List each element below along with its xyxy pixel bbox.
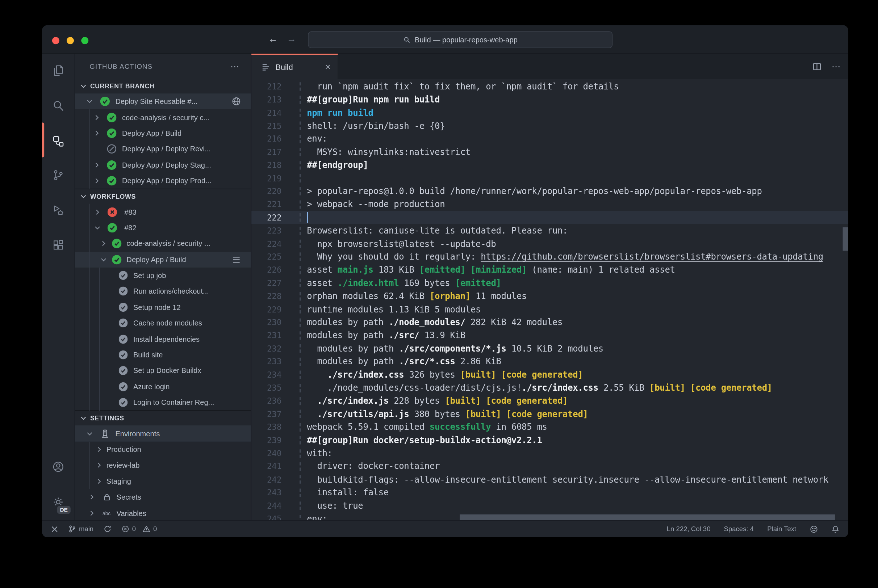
log-line-232[interactable]: 232 modules by path ./src/components/*.j… bbox=[251, 342, 848, 355]
tree-item-run-actions-checkout[interactable]: Run actions/checkout... bbox=[75, 284, 251, 299]
log-line-240[interactable]: 240with: bbox=[251, 447, 848, 460]
tree-item-variables[interactable]: abcVariables bbox=[75, 505, 251, 520]
tab-build[interactable]: Build ✕ bbox=[251, 54, 338, 79]
split-editor-icon[interactable] bbox=[812, 62, 821, 71]
branch-indicator[interactable]: main bbox=[69, 525, 94, 533]
log-line-225[interactable]: 225 Why you should do it regularly: http… bbox=[251, 250, 848, 263]
cursor-position[interactable]: Ln 222, Col 30 bbox=[667, 525, 711, 533]
back-button[interactable]: ← bbox=[268, 34, 278, 45]
chevron-down-icon bbox=[86, 430, 94, 438]
tree-item-#83[interactable]: #83 bbox=[75, 204, 251, 220]
log-line-230[interactable]: 230modules by path ./node_modules/ 282 K… bbox=[251, 316, 848, 329]
profile-badge[interactable]: DE bbox=[56, 505, 72, 515]
editor-more-actions-button[interactable]: ⋯ bbox=[831, 61, 841, 72]
tree-item-build-site[interactable]: Build site bbox=[75, 347, 251, 363]
log-line-235[interactable]: 235 ./node_modules/css-loader/dist/cjs.j… bbox=[251, 381, 848, 394]
line-number: 220 bbox=[251, 187, 281, 196]
log-line-231[interactable]: 231modules by path ./src/ 13.9 KiB bbox=[251, 329, 848, 342]
sidebar-more-actions-button[interactable]: ⋯ bbox=[230, 54, 240, 79]
tree-item-set-up-docker-buildx[interactable]: Set up Docker Buildx bbox=[75, 363, 251, 379]
tree-item-deploy-app-deploy-stag[interactable]: Deploy App / Deploy Stag... bbox=[75, 157, 251, 173]
log-line-242[interactable]: 242 buildkitd-flags: --allow-insecure-en… bbox=[251, 473, 848, 486]
list-inline-action[interactable] bbox=[232, 255, 241, 264]
log-line-227[interactable]: 227asset ./index.html 169 bytes [emitted… bbox=[251, 277, 848, 290]
log-link[interactable]: https://github.com/browserslist/browsers… bbox=[481, 252, 823, 262]
log-line-220[interactable]: 220> popular-repos@1.0.0 build /home/run… bbox=[251, 185, 848, 198]
tree-item-label: Deploy Site Reusable #... bbox=[115, 98, 197, 106]
log-line-222[interactable]: 222 bbox=[251, 211, 848, 224]
run-debug-icon[interactable] bbox=[51, 204, 65, 217]
explorer-icon[interactable] bbox=[51, 64, 65, 77]
log-line-217[interactable]: 217 MSYS: winsymlinks:nativestrict bbox=[251, 146, 848, 159]
indentation-setting[interactable]: Spaces: 4 bbox=[724, 525, 754, 533]
tree-item-production[interactable]: Production bbox=[75, 441, 251, 457]
log-line-224[interactable]: 224 npx browserslist@latest --update-db bbox=[251, 237, 848, 250]
minimize-window-button[interactable] bbox=[67, 37, 74, 44]
log-line-219[interactable]: 219 bbox=[251, 172, 848, 184]
tree-item-deploy-app-build[interactable]: Deploy App / Build bbox=[75, 252, 251, 268]
tree-item-deploy-app-build[interactable]: Deploy App / Build bbox=[75, 125, 251, 141]
tree-item-set-up-job[interactable]: Set up job bbox=[75, 268, 251, 284]
tree-item-deploy-app-deploy-prod[interactable]: Deploy App / Deploy Prod... bbox=[75, 173, 251, 189]
tab-close-icon[interactable]: ✕ bbox=[325, 63, 331, 71]
sync-button[interactable] bbox=[104, 525, 111, 533]
tree-item-deploy-site-reusable-#[interactable]: Deploy Site Reusable #... bbox=[75, 93, 251, 110]
log-line-221[interactable]: 221> webpack --mode production bbox=[251, 198, 848, 211]
problems-button[interactable]: 0 0 bbox=[122, 525, 157, 533]
log-line-216[interactable]: 216env: bbox=[251, 132, 848, 146]
log-line-238[interactable]: 238webpack 5.59.1 compiled successfully … bbox=[251, 421, 848, 434]
log-line-236[interactable]: 236 ./src/index.js 228 bytes [built] [co… bbox=[251, 394, 848, 407]
log-line-229[interactable]: 229runtime modules 1.13 KiB 5 modules bbox=[251, 303, 848, 316]
log-line-244[interactable]: 244 use: true bbox=[251, 499, 848, 512]
log-line-218[interactable]: 218##[endgroup] bbox=[251, 159, 848, 172]
log-line-226[interactable]: 226asset main.js 183 KiB [emitted] [mini… bbox=[251, 264, 848, 277]
tree-item-deploy-app-deploy-revi[interactable]: Deploy App / Deploy Revi... bbox=[75, 141, 251, 157]
tree-item-review-lab[interactable]: review-lab bbox=[75, 457, 251, 473]
tree-item-install-dependencies[interactable]: Install dependencies bbox=[75, 331, 251, 347]
chevron-down-icon bbox=[86, 98, 94, 105]
section-header-current-branch[interactable]: CURRENT BRANCH bbox=[75, 79, 251, 93]
forward-button[interactable]: → bbox=[287, 34, 296, 45]
zoom-window-button[interactable] bbox=[81, 37, 89, 44]
log-line-213[interactable]: 213##[group]Run npm run build bbox=[251, 93, 848, 106]
tree-item-setup-node-12[interactable]: Setup node 12 bbox=[75, 299, 251, 315]
log-line-234[interactable]: 234 ./src/index.css 326 bytes [built] [c… bbox=[251, 368, 848, 381]
close-window-button[interactable] bbox=[52, 37, 59, 44]
github-actions-icon[interactable] bbox=[51, 134, 65, 148]
source-control-icon[interactable] bbox=[51, 168, 65, 182]
log-line-237[interactable]: 237 ./src/utils/api.js 380 bytes [built]… bbox=[251, 408, 848, 421]
section-header-settings[interactable]: SETTINGS bbox=[75, 411, 251, 426]
language-mode[interactable]: Plain Text bbox=[767, 525, 796, 533]
accounts-icon[interactable] bbox=[51, 460, 65, 474]
log-line-215[interactable]: 215shell: /usr/bin/bash -e {0} bbox=[251, 120, 848, 132]
log-line-233[interactable]: 233 modules by path ./src/*.css 2.86 KiB bbox=[251, 355, 848, 368]
tree-item-code-analysis-security-c[interactable]: code-analysis / security c... bbox=[75, 110, 251, 125]
log-line-214[interactable]: 214npm run build bbox=[251, 106, 848, 119]
remote-window-button[interactable] bbox=[51, 525, 58, 532]
tree-item-code-analysis-security[interactable]: code-analysis / security ... bbox=[75, 236, 251, 252]
notifications-button[interactable] bbox=[831, 525, 840, 533]
globe-inline-action[interactable] bbox=[232, 97, 241, 106]
command-center[interactable]: Build — popular-repos-web-app bbox=[308, 32, 612, 48]
tree-item-login-to-container-reg[interactable]: Login to Container Reg... bbox=[75, 394, 251, 411]
log-line-241[interactable]: 241 driver: docker-container bbox=[251, 460, 848, 473]
tree-item-staging[interactable]: Staging bbox=[75, 473, 251, 489]
log-line-212[interactable]: 212 run `npm audit fix` to fix them, or … bbox=[251, 80, 848, 93]
log-line-239[interactable]: 239##[group]Run docker/setup-buildx-acti… bbox=[251, 434, 848, 447]
search-view-icon[interactable] bbox=[51, 99, 65, 112]
horizontal-scrollbar[interactable] bbox=[460, 514, 835, 520]
log-line-243[interactable]: 243 install: false bbox=[251, 486, 848, 499]
feedback-button[interactable] bbox=[809, 525, 818, 533]
tree-item-label: #82 bbox=[124, 224, 137, 232]
log-line-228[interactable]: 228orphan modules 62.4 KiB [orphan] 11 m… bbox=[251, 290, 848, 303]
tree-item-cache-node-modules[interactable]: Cache node modules bbox=[75, 315, 251, 331]
tree-item-secrets[interactable]: Secrets bbox=[75, 489, 251, 505]
extensions-icon[interactable] bbox=[51, 238, 65, 252]
section-header-workflows[interactable]: WORKFLOWS bbox=[75, 189, 251, 204]
tree-item-#82[interactable]: #82 bbox=[75, 220, 251, 236]
log-editor[interactable]: 212 run `npm audit fix` to fix them, or … bbox=[251, 79, 848, 520]
log-line-223[interactable]: 223Browserslist: caniuse-lite is outdate… bbox=[251, 224, 848, 237]
vertical-scrollbar[interactable] bbox=[843, 227, 848, 251]
tree-item-azure-login[interactable]: Azure login bbox=[75, 379, 251, 394]
tree-item-environments[interactable]: Environments bbox=[75, 426, 251, 442]
